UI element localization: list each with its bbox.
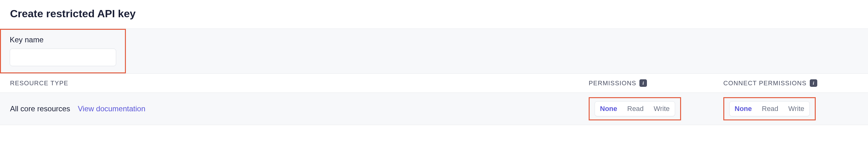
connect-permission-read-button[interactable]: Read bbox=[757, 102, 783, 116]
permissions-header: PERMISSIONS bbox=[589, 80, 636, 87]
view-documentation-link[interactable]: View documentation bbox=[78, 104, 146, 113]
connect-permissions-segmented-control: None Read Write bbox=[729, 101, 810, 116]
permissions-highlight: None Read Write bbox=[589, 97, 681, 121]
resource-row-all-core: All core resources View documentation No… bbox=[0, 93, 868, 125]
permissions-table-header: RESOURCE TYPE PERMISSIONS i CONNECT PERM… bbox=[0, 73, 868, 93]
page-title: Create restricted API key bbox=[10, 7, 858, 20]
info-icon[interactable]: i bbox=[810, 79, 817, 87]
permission-none-button[interactable]: None bbox=[595, 102, 622, 116]
key-name-input[interactable] bbox=[10, 49, 116, 66]
page-header: Create restricted API key bbox=[0, 0, 868, 28]
key-name-label: Key name bbox=[10, 35, 116, 44]
permissions-segmented-control: None Read Write bbox=[595, 101, 675, 116]
connect-permissions-highlight: None Read Write bbox=[723, 97, 816, 121]
connect-permission-none-button[interactable]: None bbox=[730, 102, 757, 116]
connect-permission-write-button[interactable]: Write bbox=[783, 102, 809, 116]
connect-permissions-header: CONNECT PERMISSIONS bbox=[723, 80, 807, 87]
permission-write-button[interactable]: Write bbox=[649, 102, 675, 116]
key-name-section: Key name bbox=[0, 28, 868, 73]
resource-type-header: RESOURCE TYPE bbox=[10, 80, 68, 86]
info-icon[interactable]: i bbox=[640, 79, 647, 87]
permission-read-button[interactable]: Read bbox=[622, 102, 649, 116]
key-name-highlight: Key name bbox=[0, 29, 126, 73]
resource-name: All core resources bbox=[10, 104, 70, 113]
